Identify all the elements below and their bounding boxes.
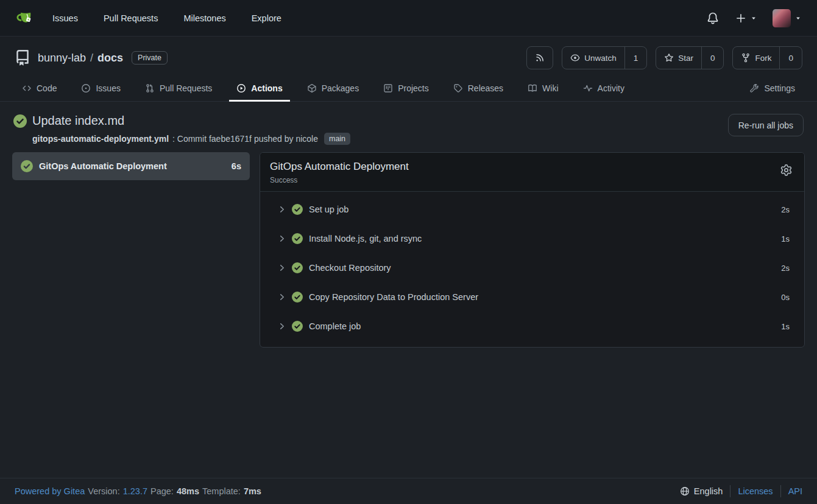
job-list-item[interactable]: GitOps Automatic Deployment 6s: [12, 152, 250, 180]
tab-releases[interactable]: Releases: [446, 75, 511, 101]
repo-breadcrumb: bunny-lab / docs: [38, 52, 123, 65]
tab-wiki[interactable]: Wiki: [520, 75, 565, 101]
run-title-row: Update index.md: [13, 114, 350, 128]
fork-button-group: Fork 0: [732, 46, 802, 69]
tab-activity[interactable]: Activity: [576, 75, 632, 101]
job-name: GitOps Automatic Deployment: [39, 161, 167, 171]
tab-label: Wiki: [542, 83, 558, 93]
step-row-checkout[interactable]: Checkout Repository 2s: [260, 253, 804, 282]
job-success-icon: [21, 160, 33, 172]
footer-divider: [730, 485, 730, 497]
nav-pull-requests-link[interactable]: Pull Requests: [104, 13, 158, 23]
tab-projects[interactable]: Projects: [376, 75, 436, 101]
watch-count[interactable]: 1: [624, 47, 647, 69]
tab-code[interactable]: Code: [15, 75, 64, 101]
version-label: Version:: [88, 486, 119, 496]
footer-divider: [780, 485, 781, 497]
navbar-links: Issues Pull Requests Milestones Explore: [52, 13, 281, 23]
tab-label: Projects: [398, 83, 429, 93]
tab-pull-requests[interactable]: Pull Requests: [138, 75, 219, 101]
code-icon: [22, 83, 32, 93]
private-badge: Private: [132, 51, 168, 65]
step-success-icon: [292, 321, 303, 332]
step-name: Checkout Repository: [309, 263, 391, 273]
repo-action-buttons: Unwatch 1 Star 0: [526, 46, 802, 69]
step-duration: 1s: [781, 234, 790, 243]
rss-button[interactable]: [526, 46, 553, 69]
footer-right: English Licenses API: [680, 485, 802, 497]
tab-label: Code: [37, 83, 57, 93]
step-duration: 0s: [781, 293, 790, 302]
page-time-label: Page:: [150, 486, 174, 496]
api-link[interactable]: API: [788, 486, 802, 496]
unwatch-button[interactable]: Unwatch: [562, 47, 624, 69]
tag-icon: [453, 83, 463, 93]
template-time-label: Template:: [202, 486, 241, 496]
pulse-icon: [583, 83, 593, 93]
tab-issues[interactable]: Issues: [74, 75, 127, 101]
fork-button[interactable]: Fork: [733, 47, 779, 69]
repo-header: bunny-lab / docs Private: [0, 37, 817, 102]
chevron-right-icon: [278, 264, 286, 271]
rerun-all-jobs-button[interactable]: Re-run all jobs: [728, 114, 804, 136]
language-selector[interactable]: English: [680, 486, 723, 496]
chevron-right-icon: [278, 206, 286, 213]
step-success-icon: [292, 204, 303, 215]
user-menu[interactable]: [773, 9, 801, 27]
template-time-value: 7ms: [244, 486, 261, 496]
powered-by-gitea-link[interactable]: Powered by Gitea: [15, 486, 85, 496]
star-button[interactable]: Star: [656, 47, 701, 69]
star-count[interactable]: 0: [701, 47, 724, 69]
nav-explore-link[interactable]: Explore: [252, 13, 281, 23]
step-name: Set up job: [309, 205, 348, 214]
step-name: Install Node.js, git, and rsync: [309, 234, 422, 243]
gitea-logo-icon[interactable]: [16, 9, 35, 28]
eye-icon: [570, 53, 580, 63]
job-steps-panel: GitOps Automatic Deployment Success Set …: [260, 152, 805, 348]
repo-owner-link[interactable]: bunny-lab: [38, 52, 86, 65]
footer-left: Powered by Gitea Version: 1.23.7 Page: 4…: [15, 486, 261, 496]
tab-label: Releases: [468, 83, 503, 93]
step-row-install[interactable]: Install Node.js, git, and rsync 1s: [260, 224, 804, 253]
play-circle-icon: [236, 83, 246, 93]
nav-milestones-link[interactable]: Milestones: [183, 13, 225, 23]
panel-job-status: Success: [270, 176, 409, 184]
run-header-left: Update index.md gitops-automatic-deploym…: [13, 114, 350, 145]
step-duration: 2s: [781, 205, 790, 214]
tab-label: Activity: [598, 83, 624, 93]
notifications-bell-icon[interactable]: [706, 12, 720, 25]
globe-icon: [680, 486, 690, 496]
repo-name-link[interactable]: docs: [97, 52, 123, 65]
star-icon: [664, 53, 674, 63]
branch-badge[interactable]: main: [324, 133, 350, 145]
star-label: Star: [678, 54, 693, 63]
step-success-icon: [292, 262, 303, 273]
step-name: Complete job: [309, 321, 361, 331]
tab-packages[interactable]: Packages: [300, 75, 366, 101]
project-board-icon: [383, 83, 393, 93]
page-footer: Powered by Gitea Version: 1.23.7 Page: 4…: [0, 478, 817, 504]
step-name: Copy Repository Data to Production Serve…: [309, 292, 478, 302]
tab-actions[interactable]: Actions: [229, 75, 289, 101]
create-new-button[interactable]: [735, 13, 757, 24]
version-link[interactable]: 1.23.7: [123, 486, 147, 496]
gear-icon[interactable]: [780, 161, 794, 176]
workflow-file-link[interactable]: gitops-automatic-deployment.yml: [32, 134, 169, 144]
workflow-run-header: Update index.md gitops-automatic-deploym…: [0, 102, 817, 145]
tab-settings[interactable]: Settings: [742, 75, 802, 101]
rss-icon: [527, 47, 553, 69]
commit-text: : Commit faebe1671f pushed by nicole: [172, 134, 318, 144]
fork-count[interactable]: 0: [779, 47, 802, 69]
run-success-icon: [13, 114, 27, 128]
step-row-complete[interactable]: Complete job 1s: [260, 312, 804, 341]
book-icon: [528, 83, 537, 93]
language-label: English: [694, 486, 723, 496]
user-avatar: [773, 9, 791, 27]
job-duration: 6s: [232, 161, 241, 171]
nav-issues-link[interactable]: Issues: [52, 13, 78, 23]
step-row-copy[interactable]: Copy Repository Data to Production Serve…: [260, 282, 804, 312]
panel-header-text: GitOps Automatic Deployment Success: [270, 161, 409, 184]
run-main: GitOps Automatic Deployment 6s GitOps Au…: [0, 145, 817, 348]
licenses-link[interactable]: Licenses: [738, 486, 773, 496]
step-row-setup[interactable]: Set up job 2s: [260, 195, 804, 224]
